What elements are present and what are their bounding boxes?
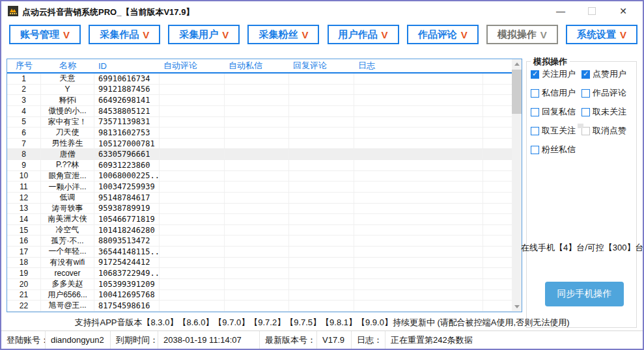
cell-filler bbox=[483, 182, 512, 192]
app-window: 点动云抖音营销系统PRO_【当前版本V17.9】 — ✕ 账号管理V采集作品V采… bbox=[0, 0, 644, 350]
checkbox-box-icon bbox=[581, 89, 590, 98]
cell-reply-comment bbox=[289, 160, 354, 170]
table-row[interactable]: 13涛哥轶事95938789919 bbox=[7, 204, 512, 215]
checkbox-dm-user[interactable]: 私信用户 bbox=[531, 88, 581, 98]
cell-filler bbox=[483, 117, 512, 128]
cell-auto-comment bbox=[160, 225, 225, 236]
cell-seq: 3 bbox=[7, 95, 41, 105]
toolbar-button-account-manage[interactable]: 账号管理V bbox=[9, 25, 81, 44]
column-header-0[interactable]: 序号 bbox=[7, 59, 41, 72]
toolbar-button-work-comments[interactable]: 作品评论V bbox=[407, 25, 479, 44]
toolbar-button-collect-users[interactable]: 采集用户V bbox=[168, 25, 240, 44]
cell-log bbox=[354, 95, 483, 105]
cell-id: 100347259939 bbox=[94, 182, 160, 192]
cell-auto-dm bbox=[225, 74, 289, 84]
table-row[interactable]: 8唐僧63305796661 bbox=[7, 149, 512, 160]
cell-seq: 19 bbox=[7, 268, 41, 278]
cell-auto-comment bbox=[160, 301, 225, 311]
toolbar-button-label: 作品评论 bbox=[418, 29, 457, 41]
table-row[interactable]: 1天意69910616734 bbox=[7, 74, 512, 85]
toolbar-button-label: 采集用户 bbox=[179, 29, 218, 41]
cell-auto-dm bbox=[225, 204, 289, 214]
toolbar-button-collect-fans[interactable]: 采集粉丝V bbox=[247, 25, 319, 44]
table-row[interactable]: 22旭哥@王...81754598616 bbox=[7, 301, 512, 312]
cell-auto-comment bbox=[160, 139, 225, 149]
cell-reply-comment bbox=[289, 128, 354, 138]
scroll-down-button[interactable] bbox=[512, 302, 522, 312]
scroll-up-button[interactable] bbox=[512, 59, 522, 69]
vertical-scrollbar[interactable] bbox=[512, 59, 522, 312]
scrollbar-thumb[interactable] bbox=[512, 70, 522, 114]
table-row[interactable]: 11一颗小洋...100347259939 bbox=[7, 182, 512, 193]
cell-filler bbox=[483, 258, 512, 268]
cell-log bbox=[354, 225, 483, 236]
statusbar-log-label: 日志： bbox=[352, 331, 385, 349]
column-header-4[interactable]: 自动私信 bbox=[225, 59, 289, 72]
checkbox-fans-dm[interactable]: 粉丝私信 bbox=[531, 145, 581, 154]
cell-filler bbox=[483, 74, 512, 84]
table-row[interactable]: 10眼角宣泄...10068000225... bbox=[7, 171, 512, 182]
cell-auto-dm bbox=[225, 171, 289, 182]
statusbar-version-value: V17.9 bbox=[317, 331, 352, 349]
cell-auto-comment bbox=[160, 268, 225, 278]
checkbox-follow-user[interactable]: 关注用户 bbox=[531, 70, 581, 79]
cell-seq: 1 bbox=[7, 74, 41, 84]
cell-name: 释怀i bbox=[41, 95, 94, 105]
dropdown-v-icon: V bbox=[222, 29, 229, 40]
cell-name: 一颗小洋... bbox=[41, 182, 94, 192]
checkbox-reply-dm[interactable]: 回复私信 bbox=[531, 107, 581, 116]
table-row[interactable]: 21用户6566...100412695768 bbox=[7, 290, 512, 301]
toolbar-button-label: 账号管理 bbox=[20, 29, 59, 41]
account-table: 序号名称ID自动评论自动私信回复评论日志 1天意699106167342Y991… bbox=[7, 59, 522, 312]
table-row[interactable]: 18有没有wifi91725424412 bbox=[7, 258, 512, 269]
table-row[interactable]: 2Y99121887456 bbox=[7, 85, 512, 96]
toolbar-button-system-settings[interactable]: 系统设置V bbox=[566, 25, 637, 44]
table-row[interactable]: 12低调95148784617 bbox=[7, 193, 512, 204]
cell-name: 多多关赵 bbox=[41, 279, 94, 289]
cell-auto-dm bbox=[225, 85, 289, 95]
table-row[interactable]: 14南美洲大侠105466771819 bbox=[7, 214, 512, 225]
cell-seq: 5 bbox=[7, 117, 41, 128]
table-row[interactable]: 6刀天使98131602753 bbox=[7, 128, 512, 139]
cell-log bbox=[354, 171, 483, 182]
table-row[interactable]: 3释怀i66492698141 bbox=[7, 95, 512, 106]
cell-log bbox=[354, 301, 483, 311]
checkbox-unfollow-notfollowing[interactable]: 取未关注 bbox=[581, 107, 632, 116]
table-row[interactable]: 7男性养生105127000781 bbox=[7, 139, 512, 150]
table-row[interactable]: 16孤芳·不...88093513472 bbox=[7, 236, 512, 247]
cell-auto-dm bbox=[225, 95, 289, 105]
sync-phones-button[interactable]: 同步手机操作 bbox=[545, 282, 624, 306]
column-header-5[interactable]: 回复评论 bbox=[289, 59, 354, 72]
cell-seq: 7 bbox=[7, 139, 41, 149]
maximize-button[interactable] bbox=[576, 1, 608, 21]
column-header-1[interactable]: 名称 bbox=[41, 59, 94, 72]
cell-seq: 8 bbox=[7, 149, 41, 159]
cell-auto-comment bbox=[160, 149, 225, 159]
checkbox-like-user[interactable]: 点赞用户 bbox=[581, 70, 632, 79]
toolbar-button-collect-works[interactable]: 采集作品V bbox=[89, 25, 160, 44]
checkbox-unfollow-mutual[interactable]: 取互关注 bbox=[531, 126, 581, 135]
toolbar-button-simulate-ops[interactable]: 模拟操作V bbox=[486, 25, 558, 44]
toolbar-button-user-works[interactable]: 用户作品V bbox=[328, 25, 399, 44]
table-row[interactable]: 17一个年轻...36544148115... bbox=[7, 247, 512, 258]
checkbox-label: 粉丝私信 bbox=[542, 144, 576, 155]
table-body: 1天意699106167342Y991218874563释怀i664926981… bbox=[7, 74, 512, 312]
column-header-3[interactable]: 自动评论 bbox=[160, 59, 225, 72]
column-header-2[interactable]: ID bbox=[94, 59, 160, 72]
table-row[interactable]: 15冷空气101418246280 bbox=[7, 225, 512, 236]
table-row[interactable]: 19recover10683722949... bbox=[7, 268, 512, 279]
cell-auto-dm bbox=[225, 214, 289, 224]
checkbox-comment-work[interactable]: 作品评论 bbox=[581, 88, 632, 98]
close-button[interactable]: ✕ bbox=[608, 1, 639, 21]
cell-seq: 20 bbox=[7, 279, 41, 289]
cell-seq: 12 bbox=[7, 193, 41, 203]
minimize-button[interactable]: — bbox=[545, 1, 576, 21]
table-row[interactable]: 20多多关赵105399391209 bbox=[7, 279, 512, 290]
table-row[interactable]: 5家中有宝！73571139831 bbox=[7, 117, 512, 128]
cell-id: 10683722949... bbox=[94, 268, 160, 278]
cell-name: 用户6566... bbox=[41, 290, 94, 301]
column-header-6[interactable]: 日志 bbox=[354, 59, 483, 72]
table-row[interactable]: 9P.??林60931223860 bbox=[7, 160, 512, 171]
table-row[interactable]: 4傲慢的小...84538805121 bbox=[7, 106, 512, 117]
cell-log bbox=[354, 214, 483, 224]
